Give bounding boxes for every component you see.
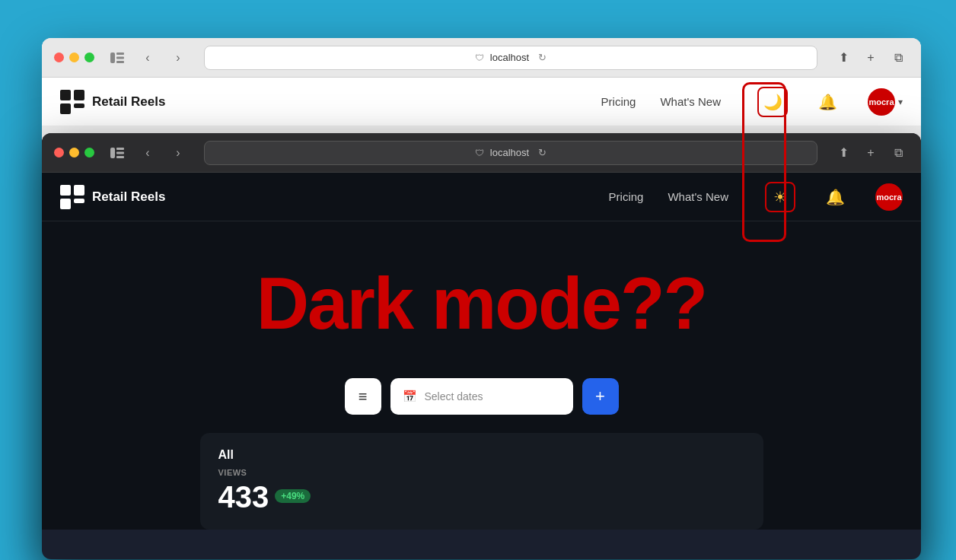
theme-toggle-dark[interactable]: ☀ xyxy=(765,182,795,212)
svg-rect-1 xyxy=(116,52,124,55)
avatar-light[interactable]: mocra xyxy=(868,88,895,116)
shield-icon-dark: 🛡 xyxy=(475,148,484,158)
svg-rect-13 xyxy=(74,185,84,196)
svg-rect-12 xyxy=(60,185,71,196)
back-button-dark[interactable]: ‹ xyxy=(137,142,158,164)
browser-chrome-dark: ‹ › 🛡 localhost ↻ ⬆ + ⧉ xyxy=(42,133,921,173)
minimize-button-dark[interactable] xyxy=(69,148,79,158)
url-text-light: localhost xyxy=(490,52,529,63)
svg-rect-15 xyxy=(74,199,84,203)
bell-icon-light[interactable]: 🔔 xyxy=(818,93,837,111)
svg-rect-3 xyxy=(116,61,124,63)
bell-icon-dark[interactable]: 🔔 xyxy=(826,188,845,206)
date-picker[interactable]: 📅 Select dates xyxy=(390,378,573,415)
controls-row: ≡ 📅 Select dates + xyxy=(345,378,619,415)
sidebar-toggle-dark[interactable] xyxy=(107,142,128,164)
dark-content: Dark mode?? ≡ 📅 Select dates + All VIEWS… xyxy=(42,221,921,530)
url-text-dark: localhost xyxy=(490,147,529,158)
svg-rect-9 xyxy=(116,148,124,150)
avatar-label-dark: mocra xyxy=(876,192,901,202)
brand-light: Retail Reels xyxy=(60,90,165,114)
address-bar-light[interactable]: 🛡 localhost ↻ xyxy=(204,46,817,70)
browser-window-dark: ‹ › 🛡 localhost ↻ ⬆ + ⧉ Retail Reels Pri… xyxy=(42,133,921,559)
navbar-light: Retail Reels Pricing What's New 🌙 🔔 mocr… xyxy=(42,78,921,126)
card-title: All xyxy=(218,448,745,462)
avatar-dropdown-light[interactable]: mocra ▾ xyxy=(862,88,903,116)
moon-icon: 🌙 xyxy=(763,93,782,111)
maximize-button-light[interactable] xyxy=(84,52,94,62)
close-button-light[interactable] xyxy=(54,52,64,62)
refresh-icon-light[interactable]: ↻ xyxy=(538,52,547,63)
close-button-dark[interactable] xyxy=(54,148,64,158)
svg-rect-8 xyxy=(110,148,115,158)
theme-toggle-light[interactable]: 🌙 xyxy=(757,87,788,117)
navbar-dark: Retail Reels Pricing What's New ☀ 🔔 mocr… xyxy=(42,173,921,221)
hero-heading: Dark mode?? xyxy=(257,267,706,340)
brand-dark: Retail Reels xyxy=(60,185,165,209)
add-button[interactable]: + xyxy=(582,378,619,415)
minimize-button-light[interactable] xyxy=(69,52,79,62)
brand-name-light: Retail Reels xyxy=(92,94,165,110)
forward-button-light[interactable]: › xyxy=(167,47,189,68)
svg-rect-2 xyxy=(116,56,124,59)
filter-icon: ≡ xyxy=(358,388,368,406)
brand-logo-dark xyxy=(60,185,84,209)
svg-rect-14 xyxy=(60,199,71,209)
maximize-button-dark[interactable] xyxy=(84,148,94,158)
svg-rect-11 xyxy=(116,156,124,158)
brand-logo-light xyxy=(60,90,84,114)
svg-rect-0 xyxy=(110,52,115,63)
traffic-lights-dark xyxy=(54,148,94,158)
views-value: 433 xyxy=(218,480,269,514)
sidebar-toggle-light[interactable] xyxy=(107,47,128,68)
browser-chrome-light: ‹ › 🛡 localhost ↻ ⬆ + ⧉ xyxy=(42,38,921,78)
svg-rect-10 xyxy=(116,151,124,154)
plus-icon: + xyxy=(595,387,605,406)
new-tab-button-dark[interactable]: + xyxy=(860,142,881,164)
svg-rect-4 xyxy=(60,90,71,100)
share-button-dark[interactable]: ⬆ xyxy=(833,142,854,164)
shield-icon-light: 🛡 xyxy=(475,52,484,63)
svg-rect-5 xyxy=(74,90,84,100)
calendar-icon: 📅 xyxy=(403,390,417,403)
pricing-link-dark[interactable]: Pricing xyxy=(609,190,644,203)
date-placeholder: Select dates xyxy=(425,390,483,402)
address-bar-dark[interactable]: 🛡 localhost ↻ xyxy=(204,141,817,165)
svg-rect-6 xyxy=(60,103,71,114)
sun-icon: ☀ xyxy=(773,188,787,206)
back-button-light[interactable]: ‹ xyxy=(137,47,158,68)
forward-button-dark[interactable]: › xyxy=(167,142,189,164)
chevron-down-icon-light: ▾ xyxy=(898,97,903,107)
browser-actions-dark: ⬆ + ⧉ xyxy=(833,142,909,164)
views-badge: +49% xyxy=(275,489,311,503)
share-button-light[interactable]: ⬆ xyxy=(833,47,854,68)
tabs-button-light[interactable]: ⧉ xyxy=(887,47,909,68)
whats-new-link-dark[interactable]: What's New xyxy=(668,190,728,203)
brand-name-dark: Retail Reels xyxy=(92,189,165,205)
new-tab-button-light[interactable]: + xyxy=(860,47,881,68)
refresh-icon-dark[interactable]: ↻ xyxy=(538,147,547,158)
filter-button[interactable]: ≡ xyxy=(345,378,381,415)
traffic-lights-light xyxy=(54,52,94,62)
tabs-button-dark[interactable]: ⧉ xyxy=(887,142,909,164)
svg-rect-7 xyxy=(74,103,84,108)
views-label: VIEWS xyxy=(218,468,745,477)
data-card: All VIEWS 433 +49% xyxy=(200,433,763,530)
nav-links-dark: Pricing What's New ☀ 🔔 mocra xyxy=(609,182,903,212)
avatar-label-light: mocra xyxy=(868,97,894,107)
browser-actions-light: ⬆ + ⧉ xyxy=(833,47,909,68)
nav-links-light: Pricing What's New 🌙 🔔 mocra ▾ xyxy=(601,87,903,117)
pricing-link-light[interactable]: Pricing xyxy=(601,95,636,108)
avatar-dark[interactable]: mocra xyxy=(875,183,903,211)
whats-new-link-light[interactable]: What's New xyxy=(660,95,721,108)
